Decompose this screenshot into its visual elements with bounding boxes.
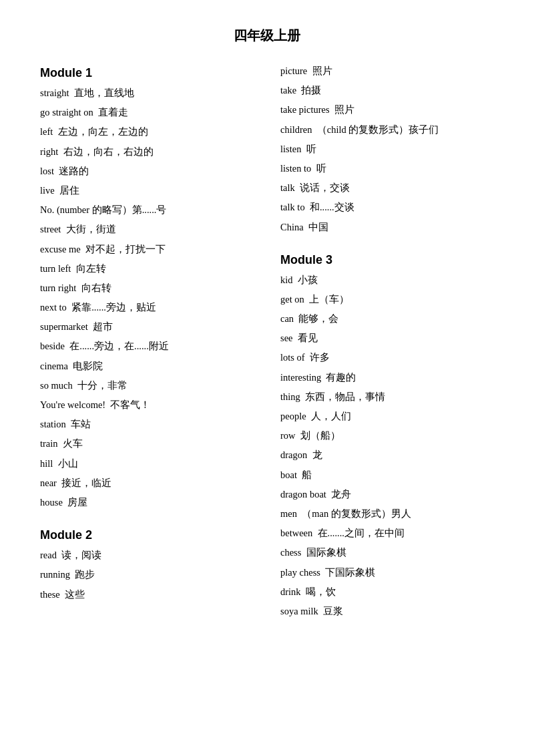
vocab-zh: 有趣的 <box>326 372 356 383</box>
module3-title: Module 3 <box>280 253 494 267</box>
vocab-en: dragon boat <box>280 489 326 500</box>
vocab-en: street <box>40 224 61 234</box>
module1-title: Module 1 <box>40 66 280 80</box>
vocab-zh: （man 的复数形式）男人 <box>302 508 411 519</box>
vocab-item: turn left 向左转 <box>40 261 280 276</box>
vocab-item: right 右边，向右，右边的 <box>40 144 280 160</box>
vocab-item: so much 十分，非常 <box>40 378 280 393</box>
vocab-item: left 左边，向左，左边的 <box>40 124 280 140</box>
vocab-zh: 上（车） <box>309 294 349 305</box>
vocab-zh: 迷路的 <box>59 166 89 176</box>
vocab-item: turn right 向右转 <box>40 280 280 296</box>
vocab-en: lots of <box>280 352 305 363</box>
vocab-en: hill <box>40 458 53 469</box>
vocab-zh: 听 <box>316 163 326 174</box>
vocab-zh: 电影院 <box>73 361 103 371</box>
vocab-en: chess <box>280 547 301 558</box>
vocab-zh: 不客气！ <box>110 399 150 410</box>
vocab-item: people 人，人们 <box>280 409 494 424</box>
vocab-en: next to <box>40 302 67 313</box>
vocab-zh: 龙 <box>312 449 322 460</box>
vocab-item: row 划（船） <box>280 428 494 443</box>
vocab-zh: （child 的复数形式）孩子们 <box>317 124 439 135</box>
vocab-zh: 下国际象棋 <box>325 567 375 578</box>
vocab-en: house <box>40 497 63 508</box>
vocab-item: kid 小孩 <box>280 272 494 288</box>
vocab-item: dragon 龙 <box>280 447 494 463</box>
vocab-zh: 在......旁边，在......附近 <box>69 341 169 351</box>
vocab-item: supermarket 超市 <box>40 319 280 335</box>
module3-items: kid 小孩get on 上（车）can 能够，会see 看见lots of 许… <box>280 272 494 619</box>
vocab-en: take <box>280 85 296 96</box>
vocab-item: read 读，阅读 <box>40 548 280 563</box>
vocab-item: between 在.......之间，在中间 <box>280 526 494 541</box>
vocab-item: men （man 的复数形式）男人 <box>280 506 494 522</box>
vocab-item: get on 上（车） <box>280 292 494 307</box>
vocab-en: straight <box>40 87 69 98</box>
vocab-zh: 国际象棋 <box>306 547 346 558</box>
vocab-zh: 左边，向左，左边的 <box>58 126 148 137</box>
vocab-item: cinema 电影院 <box>40 359 280 374</box>
vocab-item: drink 喝，饮 <box>280 584 494 600</box>
left-column: Module 1 straight 直地，直线地go straight on 直… <box>40 63 280 623</box>
vocab-item: these 这些 <box>40 587 280 602</box>
vocab-item: excuse me 对不起，打扰一下 <box>40 242 280 257</box>
vocab-en: beside <box>40 341 65 351</box>
vocab-zh: 大街，街道 <box>66 224 116 234</box>
vocab-en: get on <box>280 294 304 305</box>
vocab-zh: 人，人们 <box>311 411 351 421</box>
vocab-item: listen 听 <box>280 142 494 157</box>
vocab-zh: 超市 <box>93 321 113 332</box>
vocab-item: train 火车 <box>40 436 280 451</box>
module2-title: Module 2 <box>40 528 280 542</box>
vocab-zh: 直地，直线地 <box>74 87 134 98</box>
vocab-zh: 和......交谈 <box>310 202 354 212</box>
vocab-zh: 十分，非常 <box>77 380 127 391</box>
vocab-item: China 中国 <box>280 220 494 235</box>
vocab-zh: 划（船） <box>300 430 340 441</box>
vocab-en: interesting <box>280 372 321 383</box>
vocab-en: cinema <box>40 361 68 371</box>
vocab-zh: 跑步 <box>75 569 95 580</box>
vocab-zh: 喝，饮 <box>306 586 336 597</box>
vocab-item: No. (number 的略写）第......号 <box>40 202 280 218</box>
vocab-en: train <box>40 438 58 449</box>
vocab-en: turn right <box>40 282 76 293</box>
vocab-en: children <box>280 124 312 135</box>
vocab-zh: 中国 <box>308 222 328 232</box>
vocab-item: talk 说话，交谈 <box>280 180 494 196</box>
vocab-zh: 东西，物品，事情 <box>305 391 385 402</box>
module2-items: read 读，阅读running 跑步these 这些 <box>40 548 280 602</box>
vocab-zh: 小孩 <box>298 274 318 285</box>
vocab-en: left <box>40 126 53 137</box>
vocab-zh: 直着走 <box>98 107 128 118</box>
vocab-zh: 读，阅读 <box>61 550 101 560</box>
vocab-en: You're welcome! <box>40 399 105 410</box>
vocab-en: kid <box>280 274 293 285</box>
vocab-en: turn left <box>40 263 71 274</box>
vocab-zh: 拍摄 <box>301 85 321 96</box>
vocab-en: listen to <box>280 163 311 174</box>
vocab-zh: 接近，临近 <box>61 478 111 488</box>
vocab-zh: 看见 <box>298 333 318 343</box>
vocab-zh: 龙舟 <box>331 489 351 500</box>
right-column: picture 照片take 拍摄take pictures 照片childre… <box>280 63 494 623</box>
vocab-en: go straight on <box>40 107 93 118</box>
vocab-en: play chess <box>280 567 320 578</box>
vocab-item: talk to 和......交谈 <box>280 200 494 215</box>
vocab-item: picture 照片 <box>280 63 494 79</box>
vocab-en: between <box>280 528 312 538</box>
vocab-item: beside 在......旁边，在......附近 <box>40 339 280 354</box>
vocab-zh: 在.......之间，在中间 <box>318 528 405 538</box>
vocab-item: see 看见 <box>280 331 494 346</box>
vocab-zh: 向右转 <box>81 282 111 293</box>
vocab-item: children （child 的复数形式）孩子们 <box>280 122 494 138</box>
vocab-en: boat <box>280 469 297 480</box>
vocab-zh: 火车 <box>63 438 83 449</box>
vocab-item: live 居住 <box>40 183 280 198</box>
vocab-en: read <box>40 550 57 560</box>
vocab-zh: 对不起，打扰一下 <box>85 244 166 254</box>
vocab-item: straight 直地，直线地 <box>40 85 280 101</box>
vocab-en: listen <box>280 144 301 154</box>
vocab-en: talk <box>280 182 295 193</box>
